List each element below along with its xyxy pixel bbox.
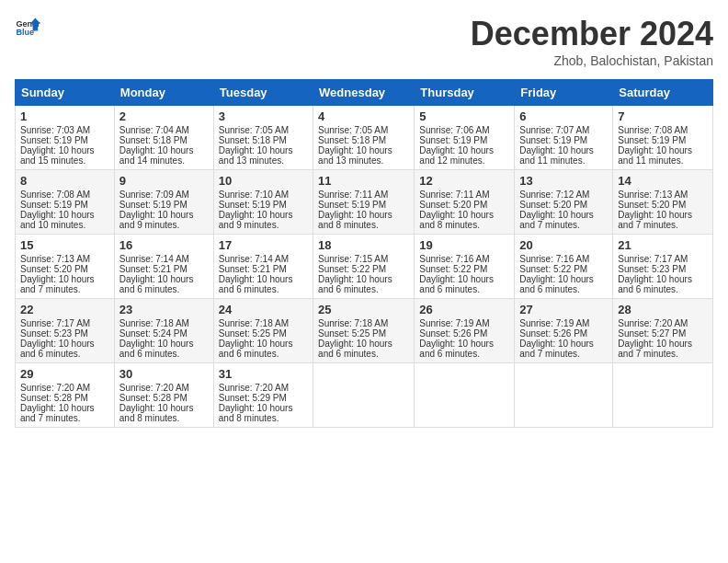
day-number: 30 (119, 367, 209, 381)
daylight-label: Daylight: 10 hours and 7 minutes. (20, 274, 95, 294)
sunset-label: Sunset: 5:25 PM (219, 328, 287, 339)
calendar-cell: 10 Sunrise: 7:10 AM Sunset: 5:19 PM Dayl… (213, 170, 313, 235)
sunset-label: Sunset: 5:23 PM (618, 264, 686, 274)
calendar-week-row: 22 Sunrise: 7:17 AM Sunset: 5:23 PM Dayl… (16, 299, 713, 363)
calendar-cell (515, 363, 613, 428)
daylight-label: Daylight: 10 hours and 7 minutes. (20, 403, 95, 423)
sunset-label: Sunset: 5:18 PM (219, 135, 287, 145)
sunrise-label: Sunrise: 7:09 AM (119, 190, 189, 200)
sunset-label: Sunset: 5:22 PM (419, 264, 487, 274)
sunset-label: Sunset: 5:29 PM (219, 393, 287, 403)
day-number: 23 (119, 303, 209, 316)
day-number: 18 (318, 238, 409, 252)
daylight-label: Daylight: 10 hours and 6 minutes. (419, 274, 494, 294)
sunrise-label: Sunrise: 7:18 AM (119, 318, 189, 328)
sunrise-label: Sunrise: 7:10 AM (219, 190, 289, 200)
day-number: 27 (519, 303, 608, 316)
day-number: 13 (519, 174, 608, 188)
sunset-label: Sunset: 5:21 PM (219, 264, 287, 274)
sunset-label: Sunset: 5:19 PM (519, 135, 587, 145)
day-number: 12 (419, 174, 509, 188)
calendar-cell: 3 Sunrise: 7:05 AM Sunset: 5:18 PM Dayli… (213, 106, 313, 170)
day-number: 14 (618, 174, 708, 188)
sunset-label: Sunset: 5:23 PM (20, 328, 88, 339)
sunset-label: Sunset: 5:18 PM (318, 135, 386, 145)
sunset-label: Sunset: 5:20 PM (20, 264, 88, 274)
day-number: 22 (20, 303, 109, 316)
sunset-label: Sunset: 5:28 PM (20, 393, 88, 403)
daylight-label: Daylight: 10 hours and 8 minutes. (119, 403, 194, 423)
sunrise-label: Sunrise: 7:20 AM (219, 383, 289, 393)
daylight-label: Daylight: 10 hours and 6 minutes. (119, 339, 194, 359)
sunset-label: Sunset: 5:18 PM (119, 135, 188, 145)
sunrise-label: Sunrise: 7:15 AM (318, 254, 388, 264)
sunrise-label: Sunrise: 7:20 AM (119, 383, 189, 393)
sunrise-label: Sunrise: 7:17 AM (20, 318, 90, 328)
sunrise-label: Sunrise: 7:13 AM (618, 190, 688, 200)
sunset-label: Sunset: 5:21 PM (119, 264, 188, 274)
daylight-label: Daylight: 10 hours and 14 minutes. (119, 145, 194, 166)
svg-text:Blue: Blue (16, 28, 34, 37)
calendar-cell: 2 Sunrise: 7:04 AM Sunset: 5:18 PM Dayli… (114, 106, 213, 170)
day-number: 25 (318, 303, 409, 316)
sunrise-label: Sunrise: 7:07 AM (519, 125, 589, 135)
daylight-label: Daylight: 10 hours and 7 minutes. (519, 339, 594, 359)
calendar-week-row: 1 Sunrise: 7:03 AM Sunset: 5:19 PM Dayli… (16, 106, 713, 170)
sunset-label: Sunset: 5:22 PM (519, 264, 587, 274)
daylight-label: Daylight: 10 hours and 9 minutes. (119, 210, 194, 230)
sunset-label: Sunset: 5:26 PM (519, 328, 587, 339)
sunrise-label: Sunrise: 7:18 AM (219, 318, 289, 328)
calendar-header-saturday: Saturday (613, 80, 713, 106)
calendar-header-thursday: Thursday (415, 80, 515, 106)
calendar-cell: 18 Sunrise: 7:15 AM Sunset: 5:22 PM Dayl… (313, 235, 415, 299)
sunset-label: Sunset: 5:27 PM (618, 328, 686, 339)
calendar-cell: 5 Sunrise: 7:06 AM Sunset: 5:19 PM Dayli… (415, 106, 515, 170)
daylight-label: Daylight: 10 hours and 8 minutes. (318, 210, 392, 230)
sunrise-label: Sunrise: 7:18 AM (318, 318, 388, 328)
sunrise-label: Sunrise: 7:06 AM (419, 125, 489, 135)
calendar-header-wednesday: Wednesday (313, 80, 415, 106)
daylight-label: Daylight: 10 hours and 9 minutes. (219, 210, 293, 230)
sunrise-label: Sunrise: 7:20 AM (618, 318, 688, 328)
sunrise-label: Sunrise: 7:03 AM (20, 125, 90, 135)
calendar-cell: 27 Sunrise: 7:19 AM Sunset: 5:26 PM Dayl… (515, 299, 613, 363)
sunset-label: Sunset: 5:28 PM (119, 393, 188, 403)
sunset-label: Sunset: 5:20 PM (618, 200, 686, 210)
day-number: 8 (20, 174, 109, 188)
sunset-label: Sunset: 5:19 PM (318, 200, 386, 210)
sunrise-label: Sunrise: 7:13 AM (20, 254, 90, 264)
sunrise-label: Sunrise: 7:19 AM (519, 318, 589, 328)
daylight-label: Daylight: 10 hours and 13 minutes. (219, 145, 293, 166)
calendar-cell: 20 Sunrise: 7:16 AM Sunset: 5:22 PM Dayl… (515, 235, 613, 299)
calendar-cell: 16 Sunrise: 7:14 AM Sunset: 5:21 PM Dayl… (114, 235, 213, 299)
day-number: 4 (318, 109, 409, 123)
sunrise-label: Sunrise: 7:08 AM (618, 125, 688, 135)
day-number: 28 (618, 303, 708, 316)
calendar-cell: 22 Sunrise: 7:17 AM Sunset: 5:23 PM Dayl… (16, 299, 115, 363)
daylight-label: Daylight: 10 hours and 15 minutes. (20, 145, 95, 166)
calendar-cell (415, 363, 515, 428)
day-number: 5 (419, 109, 509, 123)
sunrise-label: Sunrise: 7:14 AM (219, 254, 289, 264)
day-number: 26 (419, 303, 509, 316)
day-number: 7 (618, 109, 708, 123)
day-number: 24 (219, 303, 308, 316)
sunrise-label: Sunrise: 7:17 AM (618, 254, 688, 264)
daylight-label: Daylight: 10 hours and 11 minutes. (618, 145, 692, 166)
calendar-cell: 31 Sunrise: 7:20 AM Sunset: 5:29 PM Dayl… (213, 363, 313, 428)
day-number: 20 (519, 238, 608, 252)
daylight-label: Daylight: 10 hours and 8 minutes. (219, 403, 293, 423)
calendar-cell: 29 Sunrise: 7:20 AM Sunset: 5:28 PM Dayl… (16, 363, 115, 428)
logo-icon: General Blue (15, 15, 40, 40)
sunset-label: Sunset: 5:25 PM (318, 328, 386, 339)
calendar-cell: 13 Sunrise: 7:12 AM Sunset: 5:20 PM Dayl… (515, 170, 613, 235)
sunrise-label: Sunrise: 7:11 AM (419, 190, 489, 200)
sunset-label: Sunset: 5:19 PM (20, 135, 88, 145)
calendar-week-row: 8 Sunrise: 7:08 AM Sunset: 5:19 PM Dayli… (16, 170, 713, 235)
sunset-label: Sunset: 5:19 PM (618, 135, 686, 145)
calendar-cell: 15 Sunrise: 7:13 AM Sunset: 5:20 PM Dayl… (16, 235, 115, 299)
daylight-label: Daylight: 10 hours and 6 minutes. (219, 339, 293, 359)
calendar-header-sunday: Sunday (16, 80, 115, 106)
location: Zhob, Balochistan, Pakistan (471, 53, 713, 68)
sunset-label: Sunset: 5:19 PM (20, 200, 88, 210)
